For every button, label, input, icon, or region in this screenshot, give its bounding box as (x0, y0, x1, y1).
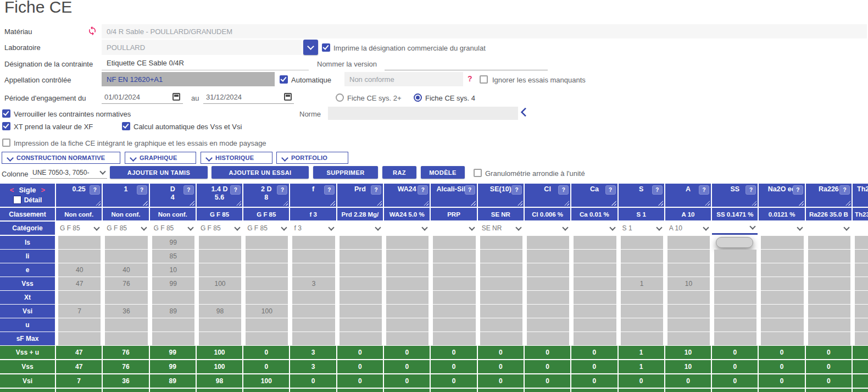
categorie-select[interactable] (525, 222, 570, 235)
column-resize-handle[interactable] (190, 201, 194, 206)
ajouter-tamis-button[interactable]: AJOUTER UN TAMIS (110, 166, 208, 179)
verrouiller-checkbox[interactable] (2, 109, 10, 118)
body-cell[interactable] (667, 291, 710, 304)
body-cell[interactable] (480, 318, 522, 332)
body-cell[interactable] (292, 332, 335, 345)
body-cell[interactable]: 10 (667, 277, 710, 290)
body-cell[interactable] (199, 291, 241, 304)
body-cell[interactable] (199, 263, 241, 277)
body-cell[interactable] (714, 291, 756, 304)
column-help-button[interactable]: ? (277, 185, 287, 195)
body-cell[interactable] (105, 250, 147, 263)
column-resize-handle[interactable] (658, 201, 663, 206)
calendar-icon[interactable] (284, 93, 292, 101)
body-cell[interactable] (761, 277, 803, 290)
body-cell[interactable] (386, 332, 429, 345)
body-cell[interactable] (574, 236, 616, 249)
body-cell[interactable] (433, 305, 475, 318)
chevron-left-icon[interactable] (521, 108, 530, 117)
column-resize-handle[interactable] (845, 201, 850, 206)
body-cell[interactable] (667, 236, 710, 249)
body-cell[interactable] (574, 318, 616, 332)
body-cell[interactable] (480, 291, 522, 304)
body-cell[interactable] (855, 250, 868, 263)
column-resize-handle[interactable] (424, 201, 429, 206)
body-cell[interactable] (714, 250, 756, 263)
body-cell[interactable]: 40 (105, 263, 147, 277)
body-cell[interactable] (386, 250, 429, 263)
norme-input[interactable] (328, 107, 518, 120)
body-cell[interactable] (433, 318, 475, 332)
body-cell[interactable] (340, 291, 382, 304)
header-col-Th232[interactable]: Th232? (853, 184, 868, 207)
body-cell[interactable] (199, 236, 241, 249)
body-cell[interactable] (340, 332, 382, 345)
body-cell[interactable]: 40 (58, 263, 101, 277)
body-cell[interactable] (480, 263, 522, 277)
body-cell[interactable] (199, 332, 241, 345)
body-cell[interactable] (621, 236, 663, 249)
body-cell[interactable] (808, 263, 850, 277)
calendar-icon[interactable] (173, 93, 180, 101)
body-cell[interactable] (855, 291, 868, 304)
column-help-button[interactable]: ? (465, 185, 475, 195)
body-cell[interactable]: 98 (199, 305, 241, 318)
body-cell[interactable] (714, 332, 756, 345)
header-col-S[interactable]: S? (619, 184, 664, 207)
body-cell[interactable] (574, 277, 616, 290)
construction-normative-button[interactable]: CONSTRUCTION NORMATIVE (2, 152, 120, 164)
body-cell[interactable] (246, 250, 288, 263)
categorie-select[interactable]: A 10 (665, 222, 711, 235)
column-resize-handle[interactable] (518, 201, 522, 206)
ignorer-essais-checkbox[interactable] (480, 75, 488, 84)
date-au-input[interactable]: 31/12/2024 (203, 90, 294, 104)
categorie-select[interactable]: G F 85 (197, 222, 242, 235)
categorie-select[interactable]: SE NR (478, 222, 524, 235)
header-col-Ra226[interactable]: Ra226? (806, 184, 852, 207)
header-col-f[interactable]: f? (290, 184, 336, 207)
body-cell[interactable] (386, 263, 429, 277)
column-resize-handle[interactable] (564, 201, 569, 206)
column-help-button[interactable]: ? (183, 185, 194, 195)
body-cell[interactable] (246, 277, 288, 290)
categorie-select[interactable] (712, 222, 758, 235)
historique-button[interactable]: HISTORIQUE (201, 152, 272, 164)
body-cell[interactable]: 85 (152, 250, 194, 263)
body-cell[interactable] (480, 236, 522, 249)
body-cell[interactable] (480, 305, 522, 318)
header-col-D[interactable]: D4? (150, 184, 196, 207)
body-cell[interactable] (527, 263, 569, 277)
body-cell[interactable] (808, 277, 850, 290)
body-cell[interactable] (667, 305, 710, 318)
body-cell[interactable]: 47 (58, 277, 101, 290)
laboratoire-dropdown-button[interactable] (303, 40, 318, 55)
column-resize-handle[interactable] (611, 201, 616, 206)
body-cell[interactable] (574, 291, 616, 304)
header-col-SE(10)[interactable]: SE(10)? (478, 184, 524, 207)
body-cell[interactable] (292, 318, 335, 332)
body-cell[interactable] (246, 318, 288, 332)
body-cell[interactable] (105, 236, 147, 249)
impression-checkbox[interactable] (2, 139, 10, 147)
automatique-checkbox[interactable] (280, 75, 288, 84)
body-cell[interactable] (105, 291, 147, 304)
column-help-button[interactable]: ? (230, 185, 241, 195)
body-cell[interactable] (574, 263, 616, 277)
body-cell[interactable] (433, 263, 475, 277)
column-resize-handle[interactable] (705, 201, 710, 206)
body-cell[interactable] (340, 318, 382, 332)
body-cell[interactable] (105, 318, 147, 332)
column-resize-handle[interactable] (471, 201, 476, 206)
body-cell[interactable]: 3 (292, 277, 335, 290)
categorie-select[interactable] (431, 222, 476, 235)
categorie-select[interactable] (337, 222, 383, 235)
body-cell[interactable] (808, 318, 850, 332)
body-cell[interactable] (527, 332, 569, 345)
column-resize-handle[interactable] (752, 201, 756, 206)
body-cell[interactable] (574, 250, 616, 263)
detail-checkbox[interactable] (13, 196, 21, 204)
body-cell[interactable] (292, 291, 335, 304)
body-cell[interactable] (433, 236, 475, 249)
body-cell[interactable] (714, 318, 756, 332)
body-cell[interactable] (199, 318, 241, 332)
